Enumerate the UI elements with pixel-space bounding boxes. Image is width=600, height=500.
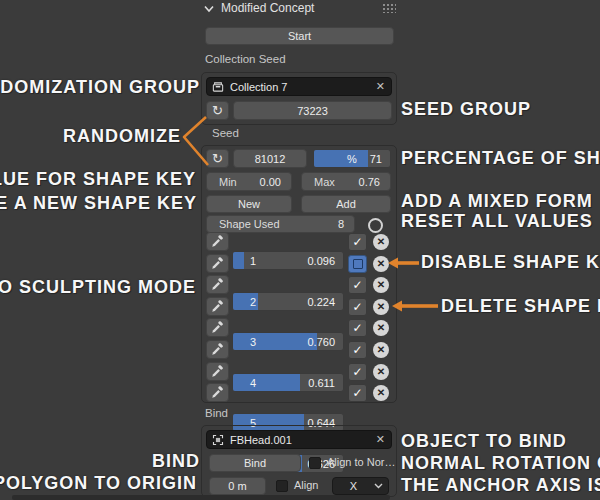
shape-key-enable-checkbox[interactable]: ✓ — [348, 341, 367, 359]
collection-seed-label: Collection Seed — [205, 53, 286, 65]
shape-key-value: 0.096 — [307, 255, 335, 267]
delete-circle-icon: ✕ — [373, 364, 389, 380]
align-checkbox[interactable] — [276, 480, 288, 492]
collection-name: Collection 7 — [230, 81, 287, 93]
percent-value: 71 — [370, 153, 382, 165]
annotation-object-to-bind: OBJECT TO BIND — [401, 431, 567, 452]
check-icon: ✓ — [352, 301, 362, 313]
axis-value: X — [333, 480, 374, 492]
eyedropper-button[interactable] — [206, 318, 229, 337]
blender-annotated-panel: Modified Concept Start Collection Seed C… — [0, 0, 600, 500]
shape-key-slider[interactable]: 2 0.224 — [232, 292, 344, 311]
shape-key-value: 0.611 — [308, 377, 335, 389]
annotation-disable-shape-key: DISABLE SHAPE KEY — [421, 252, 600, 273]
shape-key-enable-checkbox[interactable]: ✓ — [348, 276, 367, 294]
drag-handle-icon[interactable] — [382, 3, 396, 13]
new-button[interactable]: New — [206, 195, 292, 213]
annotation-bind: BIND — [152, 451, 200, 472]
annotation-normal-rotation: NORMAL ROTATION O — [401, 453, 600, 474]
shape-key-delete-button[interactable]: ✕ — [371, 232, 391, 251]
delete-circle-icon: ✕ — [373, 320, 389, 336]
eyedropper-button[interactable] — [206, 383, 229, 402]
shape-key-delete-button[interactable]: ✕ — [371, 362, 391, 381]
eyedropper-button[interactable] — [206, 297, 229, 316]
refresh-icon: ↻ — [212, 103, 223, 118]
circle-outline-icon — [368, 218, 383, 233]
eyedropper-button[interactable] — [206, 232, 229, 251]
annotation-delete-shape-key: DELETE SHAPE KEY — [441, 296, 600, 317]
shape-key-delete-button[interactable]: ✕ — [371, 340, 391, 359]
axis-dropdown[interactable]: X — [332, 477, 389, 495]
annotation-create-new-shape-key: E A NEW SHAPE KEY — [0, 193, 197, 214]
collapse-chevron-icon[interactable] — [203, 4, 215, 14]
check-icon: ✓ — [352, 387, 362, 399]
collection-close-icon[interactable]: ✕ — [376, 80, 385, 93]
shape-key-enable-checkbox[interactable]: ✓ — [348, 384, 367, 402]
check-icon: ✓ — [352, 279, 362, 291]
cropped-panel-edge — [12, 495, 390, 500]
shape-key-enable-checkbox[interactable] — [348, 255, 367, 273]
shape-used-field[interactable]: Shape Used 8 — [206, 215, 355, 233]
shape-key-slider-fill — [233, 252, 244, 269]
align-to-normal-label: Align to Nor… — [327, 456, 395, 468]
panel-title[interactable]: Modified Concept — [221, 1, 314, 15]
eyedropper-button[interactable] — [206, 275, 229, 294]
eyedropper-icon — [211, 235, 224, 248]
annotation-polygon-to-origin: M POLYGON TO ORIGIN — [0, 473, 197, 494]
collection-seed-value-field[interactable]: 73223 — [233, 101, 392, 120]
eyedropper-button[interactable] — [206, 340, 229, 359]
shape-key-enable-checkbox[interactable]: ✓ — [348, 319, 367, 337]
annotation-reset-all-values: RESET ALL VALUES — [401, 211, 593, 232]
shape-key-index: 1 — [250, 255, 256, 267]
shape-key-slider-fill — [233, 374, 300, 391]
eyedropper-icon — [211, 386, 224, 399]
eyedropper-button[interactable] — [206, 362, 229, 381]
bind-label: Bind — [205, 407, 228, 419]
shape-used-label: Shape Used — [219, 218, 280, 230]
shape-key-slider[interactable]: 4 0.611 — [232, 373, 344, 392]
delete-circle-icon: ✕ — [373, 385, 389, 401]
shape-key-enable-checkbox[interactable]: ✓ — [348, 298, 367, 316]
shape-key-enable-checkbox[interactable]: ✓ — [348, 363, 367, 381]
shape-key-value: 0.760 — [307, 336, 335, 348]
check-icon: ✓ — [352, 322, 362, 334]
shape-key-index: 4 — [250, 377, 256, 389]
align-to-normal-checkbox[interactable] — [309, 457, 321, 469]
shape-key-slider[interactable]: 1 0.096 — [232, 251, 344, 270]
shape-used-count: 8 — [338, 218, 344, 230]
eyedropper-icon — [211, 278, 224, 291]
min-label: Min — [219, 176, 237, 188]
seed-value-field[interactable]: 81012 — [233, 149, 307, 168]
annotation-add-mixed-form: ADD A MIXED FORM — [401, 191, 593, 212]
shape-key-slider[interactable]: 3 0.760 — [232, 332, 344, 351]
max-value: 0.76 — [359, 176, 380, 188]
shape-key-delete-button[interactable]: ✕ — [371, 383, 391, 402]
mesh-icon — [212, 434, 224, 446]
bind-object-name: FBHead.001 — [230, 434, 292, 446]
shape-key-enable-checkbox[interactable]: ✓ — [348, 233, 367, 251]
start-button[interactable]: Start — [205, 27, 394, 45]
shape-key-delete-button[interactable]: ✕ — [371, 318, 391, 337]
annotation-percentage-of-shape: PERCENTAGE OF SHA — [401, 148, 600, 169]
annotation-value-for-shape-key: LUE FOR SHAPE KEY — [0, 169, 196, 190]
add-button[interactable]: Add — [301, 195, 391, 213]
eyedropper-button[interactable] — [206, 254, 229, 273]
bind-object-field[interactable]: FBHead.001 ✕ — [206, 430, 392, 449]
offset-field[interactable]: 0 m — [209, 477, 266, 495]
min-field[interactable]: Min 0.00 — [206, 172, 292, 191]
refresh-icon: ↻ — [212, 151, 223, 166]
annotation-sculpting-mode: TO SCULPTING MODE — [0, 277, 196, 298]
annotation-seed-group: SEED GROUP — [401, 99, 531, 120]
min-value: 0.00 — [260, 176, 281, 188]
collection-field[interactable]: Collection 7 ✕ — [206, 77, 392, 96]
eyedropper-icon — [211, 343, 224, 356]
check-icon: ✓ — [352, 344, 362, 356]
shape-key-delete-button[interactable]: ✕ — [371, 275, 391, 294]
percentage-slider[interactable]: % 71 — [313, 149, 391, 168]
annotation-randomize: RANDOMIZE — [63, 126, 181, 147]
bind-button[interactable]: Bind — [209, 454, 301, 472]
bind-object-close-icon[interactable]: ✕ — [376, 433, 385, 446]
shape-key-slider-fill — [233, 333, 317, 350]
shape-key-delete-button[interactable]: ✕ — [371, 297, 391, 316]
max-field[interactable]: Max 0.76 — [301, 172, 391, 191]
